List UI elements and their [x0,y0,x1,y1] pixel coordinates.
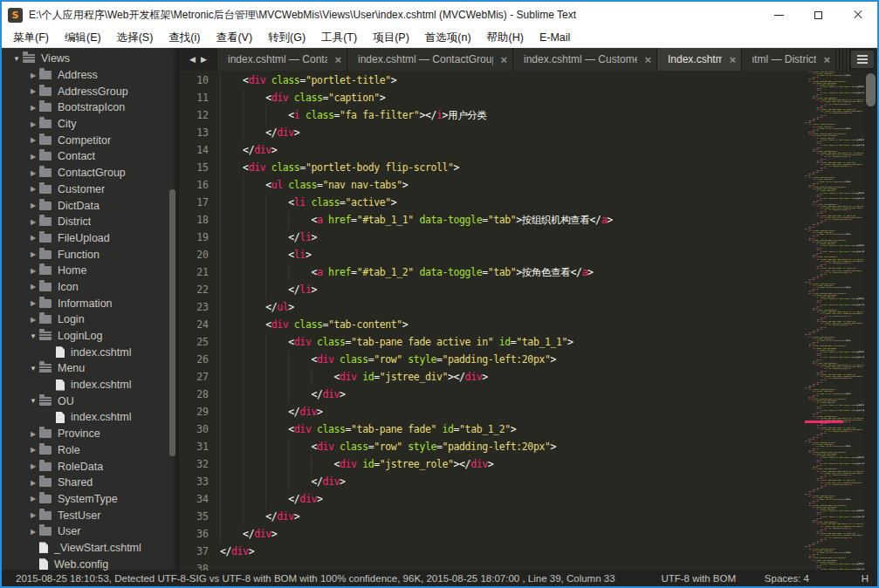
tab-overflow-menu-icon[interactable] [851,51,874,68]
collapsed-arrow-icon[interactable]: ▶ [27,120,39,128]
collapsed-arrow-icon[interactable]: ▶ [27,528,39,536]
sidebar-item-label: User [58,525,80,537]
expanded-arrow-icon[interactable]: ▼ [27,397,39,405]
code-editor[interactable]: 10 <div class="portlet-title">11 <div cl… [179,71,877,571]
collapsed-arrow-icon[interactable]: ▶ [27,430,39,438]
sidebar-item-loginlog[interactable]: ▼LoginLog [2,328,179,345]
sidebar-item-roledata[interactable]: ▶RoleData [2,458,179,475]
sidebar-item-web-config[interactable]: Web.config [2,556,179,571]
sidebar-item-menu[interactable]: ▼Menu [2,360,179,377]
collapsed-arrow-icon[interactable]: ▶ [27,185,39,193]
collapsed-arrow-icon[interactable]: ▶ [27,283,39,291]
sidebar-item-testuser[interactable]: ▶TestUser [2,507,179,523]
sidebar-item-city[interactable]: ▶City [2,116,179,133]
status-indentation[interactable]: Spaces: 4 [765,571,809,586]
menu-item-g[interactable]: 转到(G) [260,28,313,47]
sidebar-item-systemtype[interactable]: ▶SystemType [2,491,179,508]
tab-index-cshtml-contact[interactable]: index.cshtml — Contact× [217,48,347,71]
sidebar-item-viewstart-cshtml[interactable]: _ViewStart.cshtml [2,540,179,557]
sidebar-file-tree[interactable]: ▼Views▶Address▶AddressGroup▶BootstrapIco… [2,48,179,571]
sidebar-scrollbar-thumb[interactable] [169,189,175,456]
collapsed-arrow-icon[interactable]: ▶ [27,250,39,258]
expanded-arrow-icon[interactable]: ▼ [10,55,23,63]
menu-item-n[interactable]: 首选项(n) [417,28,479,47]
collapsed-arrow-icon[interactable]: ▶ [27,511,39,519]
sidebar-item-icon[interactable]: ▶Icon [2,279,179,296]
folder-icon [39,299,52,308]
collapsed-arrow-icon[interactable]: ▶ [27,316,39,324]
collapsed-arrow-icon[interactable]: ▶ [27,234,39,242]
tab-index-cshtml[interactable]: Index.cshtml× [657,48,742,71]
tab-close-icon[interactable]: × [823,54,830,65]
menu-item-h[interactable]: 帮助(H) [479,28,532,47]
expanded-arrow-icon[interactable]: ▼ [27,332,39,340]
sidebar-item-index-cshtml[interactable]: index.cshtml [2,409,179,426]
tab-index-cshtml-contactgroup[interactable]: index.cshtml — ContactGroup× [347,48,513,71]
tab-shtml-district[interactable]: shtml — District× [742,48,836,71]
sidebar-item-contactgroup[interactable]: ▶ContactGroup [2,165,179,181]
menu-item-v[interactable]: 查看(V) [208,28,260,47]
sidebar-item-shared[interactable]: ▶Shared [2,475,179,491]
collapsed-arrow-icon[interactable]: ▶ [27,202,39,209]
tab-close-icon[interactable]: × [500,54,507,65]
sidebar-item-label: ContactGroup [58,167,126,179]
sidebar-item-fileupload[interactable]: ▶FileUpload [2,230,179,247]
sidebar-item-district[interactable]: ▶District [2,214,179,230]
collapsed-arrow-icon[interactable]: ▶ [27,104,39,112]
maximize-button[interactable] [799,2,838,28]
editor-scrollbar-thumb[interactable] [866,73,876,106]
menu-item-e[interactable]: 编辑(E) [57,28,109,47]
status-syntax[interactable]: H [862,571,869,586]
menu-item-e-mail[interactable]: E-Mail [532,28,578,47]
sidebar-item-views[interactable]: ▼Views [2,51,179,67]
collapsed-arrow-icon[interactable]: ▶ [27,153,39,161]
collapsed-arrow-icon[interactable]: ▶ [27,267,39,275]
sidebar-item-index-cshtml[interactable]: index.cshtml [2,377,179,393]
sidebar-item-addressgroup[interactable]: ▶AddressGroup [2,83,179,99]
collapsed-arrow-icon[interactable]: ▶ [27,87,39,95]
collapsed-arrow-icon[interactable]: ▶ [27,169,39,177]
tab-close-icon[interactable]: × [644,54,651,65]
sidebar-item-address[interactable]: ▶Address [2,67,179,84]
menu-item-f[interactable]: 菜单(F) [5,28,57,47]
sidebar-item-dictdata[interactable]: ▶DictData [2,197,179,214]
collapsed-arrow-icon[interactable]: ▶ [27,462,39,470]
minimize-button[interactable] [759,2,799,28]
collapsed-arrow-icon[interactable]: ▶ [27,72,39,79]
tab-scroll-left-icon[interactable]: ◀ [189,55,196,64]
sidebar-item-user[interactable]: ▶User [2,523,179,540]
collapsed-arrow-icon[interactable]: ▶ [27,218,39,226]
tab-close-icon[interactable]: × [334,54,341,65]
editor-scrollbar[interactable] [864,71,877,571]
close-button[interactable] [838,2,877,28]
menu-item-s[interactable]: 选择(S) [109,28,161,47]
expanded-arrow-icon[interactable]: ▼ [27,365,39,373]
collapsed-arrow-icon[interactable]: ▶ [27,479,39,487]
sidebar-item-home[interactable]: ▶Home [2,263,179,279]
sidebar-item-login[interactable]: ▶Login [2,311,179,328]
collapsed-arrow-icon[interactable]: ▶ [27,299,39,307]
sidebar-item-bootstrapicon[interactable]: ▶BootstrapIcon [2,99,179,116]
menu-item-t[interactable]: 工具(T) [313,28,365,47]
collapsed-arrow-icon[interactable]: ▶ [27,495,39,503]
menu-item-i[interactable]: 查找(i) [161,28,208,47]
collapsed-arrow-icon[interactable]: ▶ [27,136,39,144]
status-encoding[interactable]: UTF-8 with BOM [661,571,736,586]
sidebar-item-function[interactable]: ▶Function [2,246,179,263]
tab-index-cshtml-customer[interactable]: index.cshtml — Customer× [513,48,657,71]
sidebar-item-province[interactable]: ▶Province [2,426,179,442]
sidebar-item-index-cshtml[interactable]: index.cshtml [2,344,179,360]
sidebar-item-information[interactable]: ▶Information [2,295,179,311]
tab-scroll-right-icon[interactable]: ▶ [201,55,207,64]
sidebar-item-competitor[interactable]: ▶Competitor [2,132,179,148]
collapsed-arrow-icon[interactable]: ▶ [27,446,39,454]
sidebar-item-ou[interactable]: ▼OU [2,393,179,409]
sidebar-item-customer[interactable]: ▶Customer [2,181,179,198]
collapsed-tab[interactable] [847,48,850,71]
minimap[interactable]: <div class="portlet-title"> <div class="… [805,71,864,571]
sidebar-item-contact[interactable]: ▶Contact [2,148,179,165]
code-text-area[interactable]: 10 <div class="portlet-title">11 <div cl… [179,71,793,571]
sidebar-item-role[interactable]: ▶Role [2,442,179,459]
menu-item-p[interactable]: 项目(P) [365,28,417,47]
tab-close-icon[interactable]: × [729,54,736,65]
